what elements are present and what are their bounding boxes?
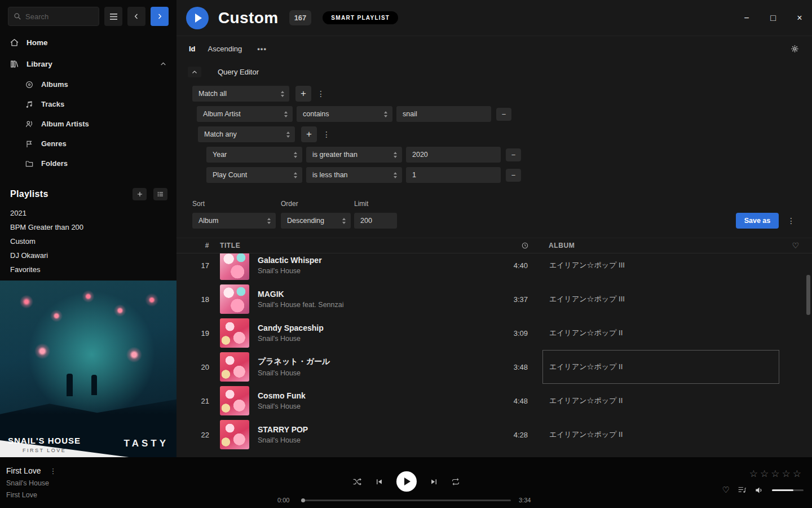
save-as-button[interactable]: Save as <box>736 213 779 229</box>
gear-icon[interactable] <box>791 45 799 53</box>
sidebar-item-folders[interactable]: Folders <box>0 154 176 173</box>
sidebar-item-label: Library <box>27 60 52 68</box>
duration-column-clock-icon[interactable] <box>491 242 542 249</box>
rule-value-input[interactable] <box>406 167 501 183</box>
playlist-view-button[interactable] <box>153 188 167 200</box>
rule-operator-select[interactable]: is greater than <box>306 147 402 163</box>
remove-rule-button[interactable]: − <box>506 148 521 161</box>
minimize-button[interactable]: − <box>743 13 751 23</box>
seek-handle[interactable] <box>301 498 305 502</box>
album-cell[interactable]: エイリアン☆ポップ II <box>542 418 779 452</box>
menu-button[interactable] <box>104 7 122 26</box>
rule-operator-value: is less than <box>312 171 348 179</box>
maximize-button[interactable]: □ <box>769 13 777 23</box>
favorite-heart-icon[interactable]: ♡ <box>722 485 730 495</box>
save-menu-icon[interactable]: ⋮ <box>786 213 796 229</box>
track-rows: 17 Galactic Whisper Snail's House 4:40 エ… <box>176 253 812 452</box>
back-button[interactable] <box>127 7 145 26</box>
now-playing-album-art[interactable]: SNAIL'S HOUSE FIRST LOVE TASTY <box>0 281 176 457</box>
track-title: Galactic Whisper <box>258 256 491 265</box>
shuffle-icon[interactable] <box>352 478 362 486</box>
sidebar-item-genres[interactable]: Genres <box>0 134 176 154</box>
favorite-cell[interactable] <box>779 418 812 452</box>
track-number: 18 <box>176 295 211 304</box>
thumb-cell <box>211 352 252 382</box>
playlist-item[interactable]: 2021 <box>0 206 176 220</box>
play-icon <box>404 478 411 485</box>
play-playlist-button[interactable] <box>186 7 209 29</box>
sidebar-item-albums[interactable]: Albums <box>0 75 176 94</box>
next-track-icon[interactable] <box>430 478 438 486</box>
rule-field-select[interactable]: Year <box>206 147 302 163</box>
seek-bar[interactable] <box>301 500 511 501</box>
forward-button[interactable] <box>151 7 169 26</box>
playlist-header: Custom 167 SMART PLAYLIST − □ × <box>176 0 812 36</box>
sort-select[interactable]: Album <box>192 213 276 229</box>
queue-icon[interactable] <box>738 486 747 494</box>
match-type-select[interactable]: Match all <box>192 86 289 102</box>
close-button[interactable]: × <box>796 13 804 23</box>
music-note-icon <box>25 100 34 109</box>
rule-value-input[interactable] <box>406 147 501 163</box>
album-art-thumbnail <box>220 284 249 314</box>
add-rule-button[interactable]: + <box>301 126 317 142</box>
playlist-item[interactable]: Favorites <box>0 262 176 277</box>
group-menu-icon[interactable]: ⋮ <box>315 86 326 102</box>
table-row[interactable]: 17 Galactic Whisper Snail's House 4:40 エ… <box>176 253 812 282</box>
play-pause-button[interactable] <box>396 471 417 492</box>
playlist-item[interactable]: Custom <box>0 234 176 248</box>
playlist-item[interactable]: DJ Okawari <box>0 248 176 262</box>
sidebar-item-library[interactable]: Library <box>0 53 176 75</box>
more-options-icon[interactable]: ••• <box>257 45 267 53</box>
sort-field-button[interactable]: Id <box>189 45 196 53</box>
volume-icon[interactable] <box>754 486 764 494</box>
rating-stars[interactable]: ☆☆☆☆☆ <box>749 468 804 480</box>
album-cell[interactable]: エイリアン☆ポップ II <box>542 316 779 350</box>
add-rule-button[interactable]: + <box>295 86 311 102</box>
column-header-index[interactable]: # <box>176 242 211 249</box>
sidebar-item-home[interactable]: Home <box>0 32 176 53</box>
playlist-item[interactable]: BPM Greater than 200 <box>0 220 176 234</box>
table-row[interactable]: 21 Cosmo Funk Snail's House 4:48 エイリアン☆ポ… <box>176 384 812 418</box>
column-header-title[interactable]: TITLE <box>211 242 491 249</box>
favorite-cell[interactable] <box>779 316 812 350</box>
rule-operator-select[interactable]: contains <box>297 106 392 122</box>
album-cell[interactable]: エイリアン☆ポップ II <box>542 384 779 418</box>
track-duration: 4:48 <box>491 397 542 405</box>
rule-operator-select[interactable]: is less than <box>306 167 402 183</box>
sort-direction-button[interactable]: Ascending <box>208 45 242 53</box>
favorite-cell[interactable] <box>779 384 812 418</box>
previous-track-icon[interactable] <box>375 478 383 486</box>
favorite-column-heart-icon[interactable]: ♡ <box>779 241 812 250</box>
match-type-select[interactable]: Match any <box>198 126 295 142</box>
group-menu-icon[interactable]: ⋮ <box>321 126 332 142</box>
search-input[interactable] <box>25 12 94 21</box>
rule-field-value: Play Count <box>213 171 247 179</box>
table-row[interactable]: 22 STARRY POP Snail's House 4:28 エイリアン☆ポ… <box>176 418 812 452</box>
table-row[interactable]: 19 Candy Spaceship Snail's House 3:09 エイ… <box>176 316 812 350</box>
limit-input[interactable] <box>354 213 397 229</box>
favorite-cell[interactable] <box>779 350 812 384</box>
rule-value-input[interactable] <box>396 106 491 122</box>
sidebar-item-tracks[interactable]: Tracks <box>0 94 176 114</box>
track-title: Candy Spaceship <box>258 323 491 332</box>
sidebar-item-album-artists[interactable]: Album Artists <box>0 114 176 134</box>
album-cell[interactable]: エイリアン☆ポップ III <box>542 282 779 316</box>
collapse-button[interactable] <box>188 67 201 77</box>
order-select[interactable]: Descending <box>281 213 351 229</box>
search-box[interactable] <box>8 7 99 26</box>
rule-field-select[interactable]: Play Count <box>206 167 302 183</box>
remove-rule-button[interactable]: − <box>496 108 511 121</box>
volume-slider[interactable] <box>772 489 804 491</box>
remove-rule-button[interactable]: − <box>506 169 521 182</box>
album-cell[interactable]: エイリアン☆ポップ III <box>542 253 779 282</box>
rule-field-select[interactable]: Album Artist <box>197 106 293 122</box>
column-header-album[interactable]: ALBUM <box>542 242 779 249</box>
chevron-up-icon[interactable] <box>160 60 167 68</box>
scrollbar-thumb[interactable] <box>806 275 810 315</box>
table-row[interactable]: 18 MAGIK Snail's House feat. Sennzai 3:3… <box>176 282 812 316</box>
album-cell[interactable]: エイリアン☆ポップ II <box>542 350 779 384</box>
table-row[interactable]: 20 プラネット・ガール Snail's House 3:48 エイリアン☆ポッ… <box>176 350 812 384</box>
repeat-icon[interactable] <box>451 478 460 486</box>
add-playlist-button[interactable] <box>133 188 147 200</box>
